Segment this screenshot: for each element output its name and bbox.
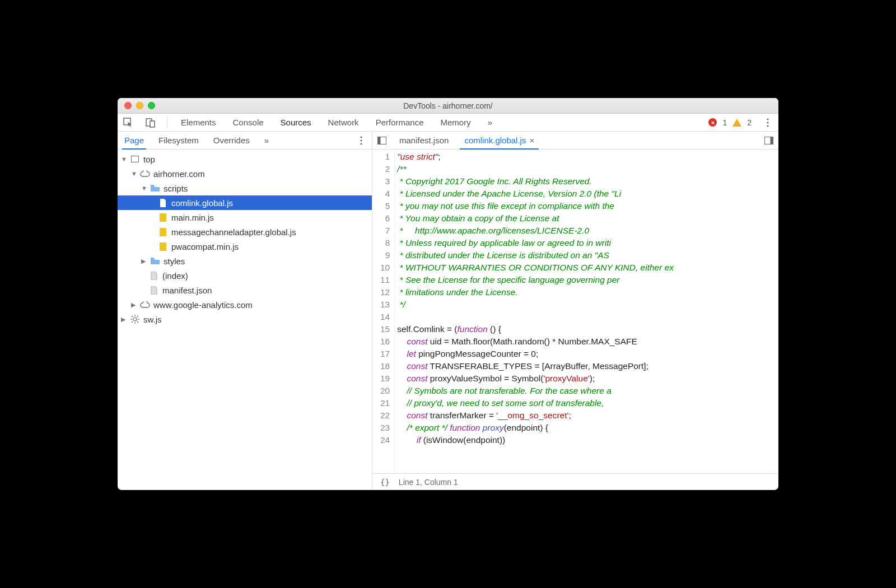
toolbar-menu-icon[interactable] bbox=[762, 116, 774, 129]
tree-folder-scripts[interactable]: ▼ scripts bbox=[118, 181, 372, 195]
svg-line-19 bbox=[137, 321, 138, 323]
titlebar: DevTools - airhorner.com/ bbox=[118, 98, 778, 114]
svg-rect-9 bbox=[132, 156, 139, 162]
error-icon: × bbox=[708, 118, 717, 127]
editor-tab-comlink[interactable]: comlink.global.js × bbox=[460, 132, 539, 150]
tree-domain-ga[interactable]: ▶ www.google-analytics.com bbox=[118, 297, 372, 312]
tree-file-messagechannel[interactable]: messagechanneladapter.global.js bbox=[118, 225, 372, 239]
code-content: "use strict";/** * Copyright 2017 Google… bbox=[395, 150, 778, 473]
svg-line-20 bbox=[132, 321, 133, 323]
file-icon bbox=[149, 286, 159, 295]
file-tree: ▼ top ▼ airhorner.com ▼ scripts comlink.… bbox=[118, 150, 372, 490]
chevron-right-icon: ▶ bbox=[121, 316, 127, 323]
tab-memory[interactable]: Memory bbox=[437, 114, 474, 130]
tree-domain-airhorner[interactable]: ▼ airhorner.com bbox=[118, 166, 372, 181]
svg-point-4 bbox=[767, 122, 768, 123]
js-file-icon bbox=[158, 213, 168, 222]
cursor-position: Line 1, Column 1 bbox=[399, 478, 458, 487]
svg-rect-25 bbox=[771, 137, 773, 144]
device-toolbar-icon[interactable] bbox=[144, 116, 157, 129]
tree-label: styles bbox=[164, 256, 185, 266]
sidebar-tab-page[interactable]: Page bbox=[122, 132, 146, 150]
code-editor[interactable]: 123456789101112131415161718192021222324 … bbox=[372, 150, 778, 473]
sidebar-tabs-overflow[interactable]: » bbox=[262, 132, 271, 148]
tab-network[interactable]: Network bbox=[325, 114, 362, 130]
tree-label: comlink.global.js bbox=[171, 198, 233, 208]
file-icon bbox=[149, 272, 159, 280]
tree-file-main[interactable]: main.min.js bbox=[118, 210, 372, 225]
line-gutter: 123456789101112131415161718192021222324 bbox=[372, 150, 395, 473]
devtools-window: DevTools - airhorner.com/ Elements Conso… bbox=[118, 98, 778, 490]
svg-line-18 bbox=[132, 316, 133, 317]
warning-count: 2 bbox=[747, 118, 752, 127]
sidebar-tab-filesystem[interactable]: Filesystem bbox=[156, 132, 201, 148]
tab-console[interactable]: Console bbox=[230, 114, 267, 130]
main-toolbar: Elements Console Sources Network Perform… bbox=[118, 114, 778, 132]
folder-icon bbox=[150, 185, 160, 192]
sources-sidebar: Page Filesystem Overrides » ▼ top ▼ bbox=[118, 132, 372, 490]
tree-label: scripts bbox=[164, 184, 188, 193]
tree-label: top bbox=[143, 155, 155, 164]
show-debugger-icon[interactable] bbox=[763, 134, 775, 147]
editor-tab-manifest[interactable]: manifest.json bbox=[395, 132, 453, 148]
folder-icon bbox=[150, 258, 160, 264]
tree-label: manifest.json bbox=[162, 286, 212, 295]
editor-tabs: manifest.json comlink.global.js × bbox=[372, 132, 778, 150]
sidebar-tab-overrides[interactable]: Overrides bbox=[211, 132, 252, 148]
body: Page Filesystem Overrides » ▼ top ▼ bbox=[118, 132, 778, 490]
tree-label: pwacompat.min.js bbox=[171, 242, 239, 251]
editor-area: manifest.json comlink.global.js × 123456… bbox=[372, 132, 778, 490]
warning-icon bbox=[732, 119, 741, 127]
tree-folder-styles[interactable]: ▶ styles bbox=[118, 254, 372, 268]
error-count: 1 bbox=[722, 118, 727, 127]
svg-point-5 bbox=[767, 125, 768, 127]
issue-counts[interactable]: × 1 2 bbox=[708, 118, 752, 127]
tree-top[interactable]: ▼ top bbox=[118, 152, 372, 166]
inspect-element-icon[interactable] bbox=[122, 116, 134, 129]
window-minimize-button[interactable] bbox=[136, 102, 143, 109]
tree-label: messagechanneladapter.global.js bbox=[171, 227, 296, 237]
tree-file-pwacompat[interactable]: pwacompat.min.js bbox=[118, 239, 372, 254]
show-navigator-icon[interactable] bbox=[376, 134, 388, 147]
tree-file-comlink[interactable]: comlink.global.js bbox=[118, 195, 372, 210]
tab-elements[interactable]: Elements bbox=[178, 114, 220, 130]
window-title: DevTools - airhorner.com/ bbox=[118, 101, 778, 110]
svg-rect-23 bbox=[378, 137, 381, 144]
editor-tab-label: comlink.global.js bbox=[464, 136, 526, 145]
sidebar-menu-icon[interactable] bbox=[355, 134, 367, 147]
tree-serviceworker[interactable]: ▶ sw.js bbox=[118, 312, 372, 326]
svg-point-13 bbox=[133, 318, 137, 321]
tabs-overflow[interactable]: » bbox=[484, 114, 496, 130]
tree-label: main.min.js bbox=[171, 213, 214, 222]
tab-performance[interactable]: Performance bbox=[372, 114, 427, 130]
window-close-button[interactable] bbox=[124, 102, 132, 109]
tree-label: www.google-analytics.com bbox=[153, 300, 253, 310]
svg-point-3 bbox=[767, 118, 768, 120]
cloud-icon bbox=[140, 301, 150, 308]
tree-label: (index) bbox=[162, 271, 188, 281]
chevron-right-icon: ▶ bbox=[141, 258, 147, 265]
chevron-right-icon: ▶ bbox=[131, 301, 137, 309]
close-tab-icon[interactable]: × bbox=[529, 136, 534, 145]
window-zoom-button[interactable] bbox=[148, 102, 155, 109]
svg-line-21 bbox=[137, 316, 138, 317]
traffic-lights bbox=[118, 102, 155, 109]
gear-icon bbox=[130, 315, 140, 324]
chevron-down-icon: ▼ bbox=[121, 156, 127, 162]
svg-rect-10 bbox=[160, 213, 166, 222]
tree-label: sw.js bbox=[143, 315, 162, 324]
divider bbox=[167, 117, 167, 128]
tree-label: airhorner.com bbox=[153, 169, 205, 179]
pretty-print-icon[interactable]: {} bbox=[380, 478, 390, 487]
svg-point-6 bbox=[360, 136, 362, 138]
tree-file-index[interactable]: (index) bbox=[118, 268, 372, 283]
tree-file-manifest[interactable]: manifest.json bbox=[118, 283, 372, 297]
svg-point-7 bbox=[360, 139, 362, 141]
js-file-icon bbox=[158, 242, 168, 251]
svg-point-8 bbox=[360, 143, 362, 144]
chevron-down-icon: ▼ bbox=[141, 185, 147, 192]
cloud-icon bbox=[140, 170, 150, 177]
tab-sources[interactable]: Sources bbox=[277, 114, 315, 130]
file-icon bbox=[158, 199, 168, 207]
svg-rect-2 bbox=[150, 121, 155, 127]
